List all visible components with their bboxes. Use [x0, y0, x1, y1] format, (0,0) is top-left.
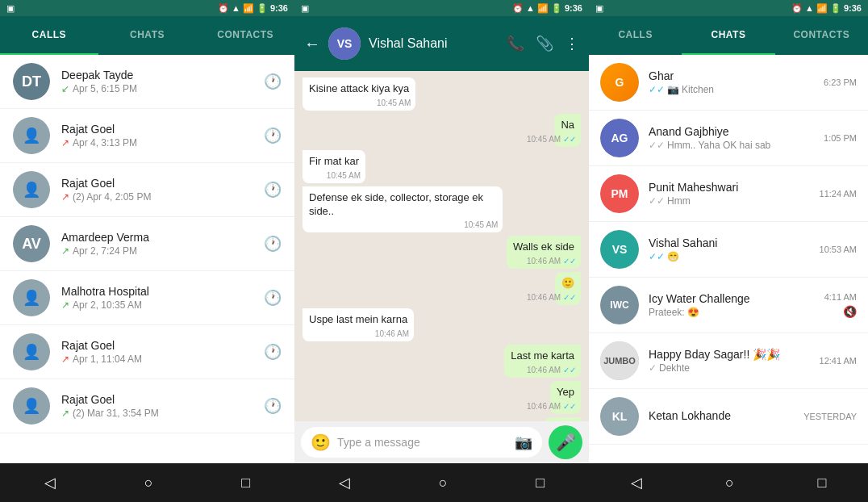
- emoji-button[interactable]: 🙂: [311, 433, 331, 452]
- right-tab-contacts[interactable]: CONTACTS: [775, 16, 868, 55]
- chat-list: G Ghar ✓✓ 📷 Kitchen 6:23 PM AG Anand Gaj…: [589, 55, 868, 463]
- call-item[interactable]: 👤 Rajat Goel ↗ Apr 1, 11:04 AM 🕐: [0, 325, 294, 379]
- camera-button[interactable]: 📷: [515, 433, 532, 451]
- chat-meta: 4:11 AM 🔇: [824, 292, 857, 318]
- message-bubble: Fir mat kar 10:45 AM: [303, 150, 365, 183]
- chat-list-avatar: IWC: [600, 286, 639, 324]
- message-time: 10:45 AM ✓✓: [527, 134, 576, 144]
- call-item[interactable]: 👤 Rajat Goel ↗ (2) Apr 4, 2:05 PM 🕐: [0, 163, 294, 217]
- avatar: 👤: [13, 171, 50, 208]
- call-name: Malhotra Hospital: [61, 285, 252, 298]
- avatar: AV: [13, 225, 50, 262]
- call-time-icon: 🕐: [264, 397, 282, 415]
- attachment-icon[interactable]: 📎: [536, 35, 553, 52]
- back-nav-icon[interactable]: ◁: [631, 474, 642, 492]
- call-meta: ↗ Apr 4, 3:13 PM: [61, 137, 252, 149]
- message-time: 10:45 AM: [327, 170, 361, 181]
- call-time-icon: 🕐: [264, 343, 282, 361]
- call-info: Rajat Goel ↗ (2) Mar 31, 3:54 PM: [61, 393, 252, 419]
- chat-contact-name[interactable]: Vishal Sahani: [369, 36, 499, 51]
- chat-time: 1:05 PM: [824, 133, 857, 143]
- chat-meta: 11:24 AM: [820, 189, 857, 199]
- left-tab-calls[interactable]: CALLS: [0, 16, 98, 55]
- call-name: Rajat Goel: [61, 123, 252, 136]
- chat-list-item[interactable]: AG Anand Gajbhiye ✓✓ Hmm.. Yaha OK hai s…: [589, 111, 868, 166]
- chat-time: 11:24 AM: [820, 189, 857, 199]
- chat-list-item[interactable]: G Ghar ✓✓ 📷 Kitchen 6:23 PM: [589, 55, 868, 111]
- right-status-icons: ⏰ ▲ 📶 🔋 9:36: [791, 3, 862, 14]
- left-time: 9:36: [270, 3, 288, 13]
- message-bubble: Walls ek side 10:46 AM ✓✓: [507, 236, 581, 269]
- chat-list-item[interactable]: VS Vishal Sahani ✓✓ 😁 10:53 AM: [589, 222, 868, 278]
- call-time-icon: 🕐: [264, 73, 282, 90]
- message-text: Kisine attack kiya kya: [309, 82, 409, 94]
- message-bubble: Yep 10:46 AM ✓✓: [550, 381, 581, 414]
- home-nav-icon[interactable]: ○: [144, 475, 153, 492]
- chat-name: Ketan Lokhande: [649, 409, 794, 422]
- home-nav-icon[interactable]: ○: [725, 475, 734, 492]
- message-text: Na: [561, 119, 574, 131]
- call-item[interactable]: 👤 Rajat Goel ↗ Apr 4, 3:13 PM 🕐: [0, 109, 294, 163]
- right-tab-bar: CALLS CHATS CONTACTS: [589, 16, 868, 55]
- back-nav-icon[interactable]: ◁: [44, 474, 56, 492]
- right-tab-calls[interactable]: CALLS: [589, 16, 682, 55]
- call-meta: ↗ (2) Mar 31, 3:54 PM: [61, 408, 252, 419]
- bubble-row: Uspe last mein karna 10:46 AM: [303, 308, 581, 341]
- chat-avatar: VS: [328, 27, 361, 60]
- message-text: 🙂: [561, 277, 574, 289]
- tick-icon: ✓✓: [563, 257, 576, 266]
- call-meta: ↗ (2) Apr 4, 2:05 PM: [61, 191, 252, 203]
- chat-body: Kisine attack kiya kya 10:45 AM Na 10:45…: [294, 71, 589, 421]
- call-item[interactable]: 👤 Malhotra Hospital ↗ Apr 2, 10:35 AM 🕐: [0, 271, 294, 325]
- right-status-left: ▣: [595, 3, 603, 14]
- call-item[interactable]: 👤 Rajat Goel ↗ (2) Mar 31, 3:54 PM 🕐: [0, 379, 294, 433]
- more-icon[interactable]: ⋮: [565, 35, 579, 52]
- message-bubble: Na 10:45 AM ✓✓: [554, 114, 581, 147]
- message-bubble: Wahi 10:46 AM ✓✓: [545, 417, 581, 421]
- recent-nav-icon[interactable]: □: [817, 475, 826, 492]
- recent-nav-icon[interactable]: □: [536, 475, 545, 492]
- chat-list-avatar: PM: [600, 174, 639, 213]
- right-tab-chats[interactable]: CHATS: [682, 16, 774, 55]
- message-bubble: Defense ek side, collector, storage ek s…: [303, 186, 503, 233]
- back-button[interactable]: ←: [304, 35, 320, 53]
- left-tab-contacts[interactable]: CONTACTS: [196, 16, 294, 55]
- chat-time: YESTERDAY: [803, 412, 857, 421]
- message-text: Yep: [557, 386, 574, 398]
- left-nav-bar: ◁ ○ □: [0, 463, 294, 502]
- message-input-placeholder[interactable]: Type a message: [337, 436, 508, 449]
- message-bubble: 🙂 10:46 AM ✓✓: [555, 272, 581, 305]
- chat-meta: 1:05 PM: [824, 133, 857, 143]
- chat-preview: ✓✓ 😁: [649, 251, 810, 262]
- right-panel: ▣ ⏰ ▲ 📶 🔋 9:36 CALLS CHATS CONTACTS G Gh…: [589, 0, 868, 502]
- left-tab-chats[interactable]: CHATS: [98, 16, 197, 55]
- chat-list-item[interactable]: IWC Icy Water Challenge Prateek: 😍 4:11 …: [589, 278, 868, 333]
- chat-list-item[interactable]: PM Punit Maheshwari ✓✓ Hmm 11:24 AM: [589, 166, 868, 222]
- chat-list-item[interactable]: KL Ketan Lokhande YESTERDAY: [589, 389, 868, 445]
- call-name: Deepak Tayde: [61, 69, 252, 82]
- mid-status-icons: ⏰ ▲ 📶 🔋 9:36: [512, 3, 582, 14]
- tick-icon: ✓✓: [649, 84, 665, 95]
- phone-icon[interactable]: 📞: [507, 35, 524, 52]
- chat-time: 10:53 AM: [820, 245, 857, 254]
- message-time: 10:46 AM ✓✓: [527, 365, 576, 375]
- recent-nav-icon[interactable]: □: [241, 475, 250, 492]
- home-nav-icon[interactable]: ○: [439, 475, 448, 492]
- message-time: 10:46 AM ✓✓: [527, 401, 576, 412]
- call-item[interactable]: DT Deepak Tayde ↙ Apr 5, 6:15 PM 🕐: [0, 55, 294, 109]
- message-text: Last me karta: [511, 349, 574, 362]
- message-text: Fir mat kar: [309, 155, 359, 167]
- avatar: 👤: [13, 279, 50, 316]
- back-nav-icon[interactable]: ◁: [339, 474, 350, 492]
- left-tab-bar: CALLS CHATS CONTACTS: [0, 16, 294, 55]
- chat-meta: 12:41 AM: [820, 356, 857, 366]
- chat-list-info: Icy Water Challenge Prateek: 😍: [649, 292, 815, 318]
- message-text: Uspe last mein karna: [309, 313, 407, 325]
- chat-preview: ✓ Dekhte: [649, 362, 810, 374]
- call-item[interactable]: AV Amardeep Verma ↗ Apr 2, 7:24 PM 🕐: [0, 217, 294, 271]
- right-status-bar: ▣ ⏰ ▲ 📶 🔋 9:36: [589, 0, 868, 16]
- chat-list-item[interactable]: JUMBO Happy Bday Sagar!! 🎉🎉 ✓ Dekhte 12:…: [589, 333, 868, 389]
- mic-button[interactable]: 🎤: [549, 425, 582, 459]
- chat-input-field[interactable]: 🙂 Type a message 📷: [301, 427, 542, 458]
- call-info: Deepak Tayde ↙ Apr 5, 6:15 PM: [61, 69, 252, 94]
